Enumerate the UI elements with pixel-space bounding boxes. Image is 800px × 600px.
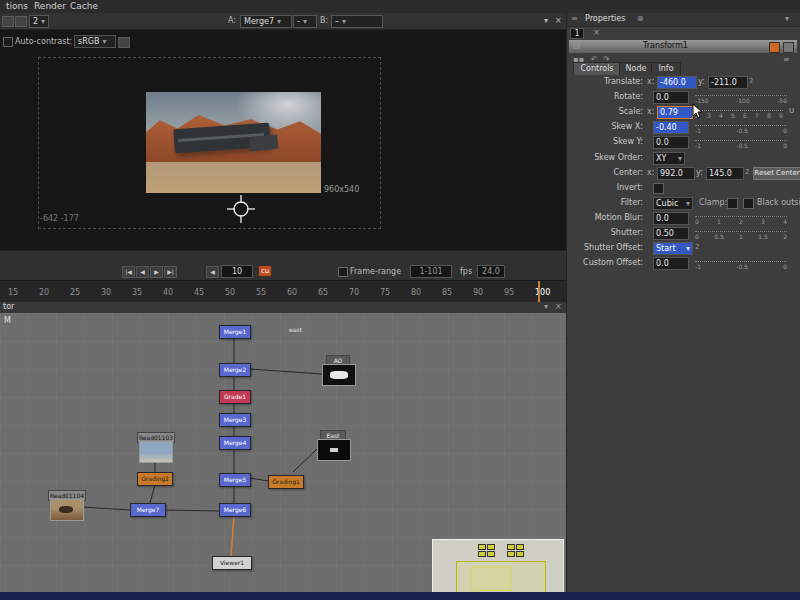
shutter-field[interactable]: 0.50 [653,227,689,240]
node-viewer1[interactable]: Viewer1 [212,556,252,570]
panel-close-icon[interactable]: × [555,302,562,311]
motion-blur-slider[interactable]: 0 1 2 3 4 [695,216,787,225]
viewer-panel: 2 ▾ A: Merge7 ▾ - ▾ B: – ▾ ▾ × Auto-cont… [0,13,566,250]
filter-label: Filter: [567,198,643,207]
viewer-b-select[interactable]: – ▾ [331,15,383,28]
node-merge4[interactable]: Merge4 [219,436,251,450]
tab-info[interactable]: Info [651,62,681,75]
skew-y-slider[interactable]: -1 -0.5 0 [695,140,787,149]
viewer-mix-select[interactable]: - ▾ [293,15,317,28]
dimension-link-icon[interactable]: 2 [749,77,753,85]
rotate-row: Rotate: 0.0 -150 -100 -50 [567,91,800,104]
translate-y-field[interactable]: -211.0 [708,76,748,89]
node-color-swatch[interactable] [769,42,780,53]
viewer-extra-button[interactable] [118,37,130,48]
invert-checkbox[interactable] [653,183,664,194]
goto-end-button[interactable]: ▶| [164,266,177,278]
current-frame-field[interactable]: 10 [221,265,253,278]
node-swatch-secondary[interactable] [783,42,794,53]
viewer-a-select[interactable]: Merge7 ▾ [240,15,292,28]
frame-range-lock-checkbox[interactable] [338,267,348,277]
tick: 80 [411,288,421,297]
transform-center-crosshair[interactable] [227,195,255,223]
play-backward-button[interactable]: ◀ [136,266,149,278]
menu-render[interactable]: Render [34,1,66,11]
playhead[interactable] [538,281,540,303]
viewer-layer-button[interactable] [2,16,14,27]
nodegraph-minimap[interactable] [432,539,564,598]
panel-menu-icon[interactable]: ▾ [544,16,548,25]
viewer-b-label: B: [320,16,328,25]
x-axis-label: x: [647,77,654,86]
colorspace-select[interactable]: sRGB ▾ [74,35,116,48]
skew-x-row: Skew X: -0.40 -1 -0.5 0 [567,121,800,134]
tick: 20 [39,288,49,297]
shutter-offset-select[interactable]: Start ▾ [653,242,693,255]
tab-controls[interactable]: Controls [573,62,621,75]
viewer-image[interactable] [146,92,321,193]
panel-close-icon[interactable]: × [555,16,562,25]
panel-options-icon[interactable]: ≡ [783,55,790,64]
tab-node-graph[interactable]: tor [3,302,14,311]
node-title-bar[interactable]: ▤ Transform1 [569,40,797,53]
node-merge1[interactable]: Merge1 [219,325,251,339]
frame-range-field[interactable]: 1-101 [410,265,452,278]
center-x-field[interactable]: 992.0 [657,167,695,180]
panel-menu-icon[interactable]: ▾ [544,302,548,311]
viewer-channel-button[interactable] [15,16,27,27]
tick: 70 [349,288,359,297]
chevron-down-icon: ▾ [678,153,682,164]
rotate-slider[interactable]: -150 -100 -50 [695,95,787,104]
reset-center-button[interactable]: Reset Center [753,167,800,180]
fps-field[interactable]: 24.0 [477,265,505,278]
play-forward-button[interactable]: ▶ [150,266,163,278]
properties-caret-icon[interactable]: ▾ [785,14,789,23]
properties-menu-icon[interactable]: ≡ [571,14,578,23]
node-grading1[interactable]: Grading1 [268,475,304,489]
tab-node[interactable]: Node [619,62,653,75]
node-merge6[interactable]: Merge6 [219,503,251,517]
node-merge2[interactable]: Merge2 [219,363,251,377]
shutter-slider[interactable]: 0 0.5 1 1.5 2 [695,231,787,240]
motion-blur-field[interactable]: 0.0 [653,212,689,225]
properties-stack-count[interactable]: 1 [570,28,584,39]
black-outside-checkbox[interactable] [743,198,754,209]
node-grading2[interactable]: Grading2 [137,472,173,486]
node-merge7[interactable]: Merge7 [130,503,166,517]
filter-select[interactable]: Cubic ▾ [653,197,693,210]
invert-row: Invert: [567,182,800,195]
dimension-link-icon[interactable]: 2 [695,243,699,251]
skew-order-select[interactable]: XY ▾ [653,152,685,165]
tick: 85 [442,288,452,297]
clear-all-icon[interactable]: × [593,28,600,37]
node-merge3[interactable]: Merge3 [219,413,251,427]
filter-row: Filter: Cubic ▾ Clamp: Black outside [567,197,800,210]
skew-x-slider[interactable]: -1 -0.5 0 [695,125,787,134]
node-merge5[interactable]: Merge5 [219,473,251,487]
skew-x-field[interactable]: -0.40 [653,121,689,134]
menu-options[interactable]: tions [6,1,28,11]
rotate-field[interactable]: 0.0 [653,91,689,104]
properties-close-icon[interactable]: ⊗ [637,14,644,23]
skew-x-label: Skew X: [567,122,643,131]
dimension-link-icon[interactable]: 2 [745,168,749,176]
custom-offset-slider[interactable]: -1 -0.5 0 [695,261,787,270]
menu-cache[interactable]: Cache [70,1,98,11]
autocontrast-checkbox[interactable] [3,37,13,47]
custom-offset-field[interactable]: 0.0 [653,257,689,270]
clamp-checkbox[interactable] [727,198,738,209]
center-y-field[interactable]: 145.0 [706,167,744,180]
prev-frame-button[interactable]: ◀ [206,266,219,278]
node-graph[interactable]: M Merge1 east Merge2 Gra [0,313,566,600]
translate-x-field[interactable]: -460.0 [657,76,697,89]
skew-y-field[interactable]: 0.0 [653,136,689,149]
node-grid-icon: ▤ [573,41,581,50]
timeline-ruler[interactable]: 15 20 25 30 35 40 45 50 55 60 65 70 75 8… [0,280,566,303]
scale-slider[interactable]: 2 3 4 5 6 7 8 9 [695,110,783,119]
viewer-gain-select[interactable]: 2 ▾ [29,15,49,28]
fps-label: fps [460,267,472,276]
goto-start-button[interactable]: |◀ [122,266,135,278]
tick: 25 [70,288,80,297]
node-grade1[interactable]: Grade1 [219,390,251,404]
scale-field[interactable]: 0.79 [657,106,693,119]
